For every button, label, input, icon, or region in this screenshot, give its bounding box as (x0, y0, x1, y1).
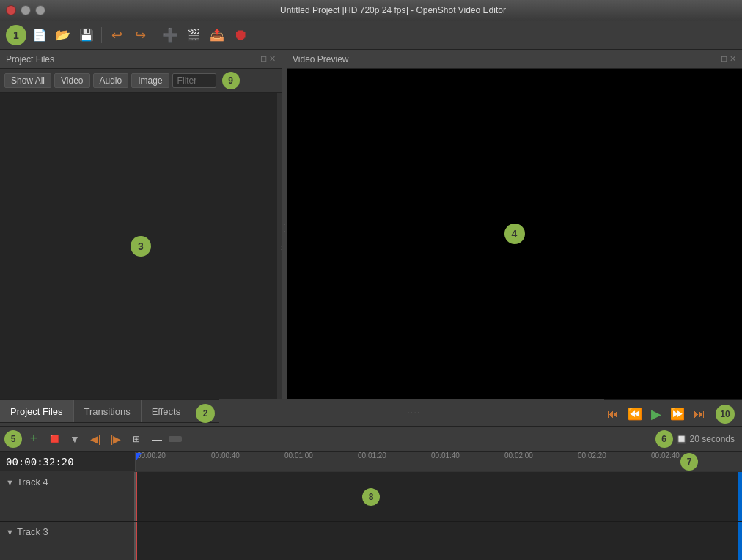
open-button[interactable]: 📂 (53, 25, 73, 45)
project-files-content: · · · 3 (0, 93, 282, 399)
maximize-button[interactable] (35, 5, 45, 15)
track-3-label: ▼ Track 3 (0, 522, 136, 560)
annotation-9: 9 (222, 72, 240, 89)
ruler-mark-1: 00:00:40 (211, 452, 240, 460)
table-row: ▼ Track 3 (0, 522, 742, 560)
resize-dots: · · · · · (405, 410, 419, 416)
panel-controls-right: ⊟ ✕ (721, 54, 736, 64)
redo-button[interactable]: ↪ (130, 25, 150, 45)
annotation-2: 2 (196, 404, 215, 423)
annotation-3: 3 (131, 236, 151, 257)
video-preview-title: Video Preview (293, 54, 349, 65)
jump-end-button[interactable]: |▶ (107, 430, 125, 448)
add-clip-button[interactable]: ➕ (160, 25, 180, 45)
filter-input[interactable] (172, 73, 216, 88)
filter-bar: Show All Video Audio Image 9 (0, 69, 282, 93)
track-3-collapse-icon[interactable]: ▼ (6, 528, 14, 537)
skip-forward-button[interactable]: ⏭ (691, 406, 708, 422)
annotation-4: 4 (504, 224, 525, 244)
track-4-right-border (738, 472, 742, 521)
track-4-name: Track 4 (17, 476, 48, 487)
ruler-mark-2: 00:01:00 (284, 452, 313, 460)
track-3-playhead (136, 522, 137, 560)
rewind-button[interactable]: ⏪ (625, 405, 645, 422)
zoom-bar-button[interactable] (169, 436, 182, 442)
table-row: ▼ Track 4 8 (0, 472, 742, 522)
toolbar-separator-1 (101, 27, 102, 43)
project-files-title: Project Files (6, 54, 54, 65)
play-button[interactable]: ▶ (648, 405, 664, 424)
toolbar-separator-2 (155, 27, 155, 43)
timeline-ruler: 00:00:32:20 00:00:20 00:00:40 00:01:00 0… (0, 452, 742, 472)
ruler-mark-6: 00:02:20 (578, 452, 606, 460)
annotation-1: 1 (6, 25, 26, 45)
ruler-playhead-area (136, 452, 137, 471)
timeline-toolbar: 5 + 🟥 ▼ ◀| |▶ ⊞ — 6 🔲 20 seconds (0, 427, 742, 452)
remove-clip-button[interactable]: 🟥 (45, 430, 63, 448)
save-button[interactable]: 💾 (76, 25, 97, 45)
minimize-button[interactable] (21, 5, 31, 15)
main-toolbar: 1 📄 📂 💾 ↩ ↪ ➕ 🎬 📤 ⏺ (0, 21, 742, 50)
track-3-right-border (738, 522, 742, 560)
zoom-area: 🔲 20 seconds (676, 434, 735, 444)
track-3-name: Track 3 (17, 526, 48, 537)
ruler-mark-3: 00:01:20 (358, 452, 386, 460)
bottom-tabs: Project Files Transitions Effects 2 (0, 399, 219, 423)
fullscreen-button[interactable]: 🎬 (183, 25, 204, 45)
zoom-label: 20 seconds (690, 434, 735, 444)
ruler-mark-7: 00:02:40 (651, 452, 680, 460)
track-3-content[interactable] (136, 522, 738, 560)
add-track-button[interactable]: + (25, 430, 43, 448)
video-preview-area: 4 (287, 69, 742, 399)
zoom-icon: 🔲 (676, 434, 687, 444)
main-area: Project Files ⊟ ✕ Show All Video Audio I… (0, 50, 742, 399)
tab-effects[interactable]: Effects (142, 400, 192, 422)
project-files-header: Project Files ⊟ ✕ (0, 50, 282, 69)
fast-forward-button[interactable]: ⏩ (667, 405, 688, 422)
resize-handle-horizontal[interactable]: · · · (277, 93, 282, 399)
left-panel: Project Files ⊟ ✕ Show All Video Audio I… (0, 50, 282, 399)
filter-audio[interactable]: Audio (93, 73, 129, 88)
timecode-display: 00:00:32:20 (0, 452, 136, 471)
record-button[interactable]: ⏺ (230, 25, 251, 45)
ruler-ticks (136, 468, 742, 471)
filter-down-button[interactable]: ▼ (66, 430, 84, 448)
right-panel: Video Preview ⊟ ✕ 4 (287, 50, 742, 399)
filter-video[interactable]: Video (54, 73, 89, 88)
transport-controls: ⏮ ⏪ ▶ ⏩ ⏭ 10 (604, 399, 742, 427)
filter-show-all[interactable]: Show All (4, 73, 51, 88)
undo-button[interactable]: ↩ (106, 25, 127, 45)
track-4-collapse-icon[interactable]: ▼ (6, 478, 14, 487)
annotation-5: 5 (4, 430, 22, 448)
ruler-marks-container: 00:00:20 00:00:40 00:01:00 00:01:20 00:0… (136, 452, 742, 471)
track-4-playhead (136, 472, 137, 521)
tab-transitions[interactable]: Transitions (74, 400, 142, 422)
timeline-tracks: ▼ Track 4 8 ▼ Track 3 (0, 472, 742, 560)
new-button[interactable]: 📄 (29, 25, 50, 45)
panel-controls: ⊟ ✕ (260, 54, 276, 64)
track-4-content[interactable] (136, 472, 738, 521)
lower-section: Project Files Transitions Effects 2 · · … (0, 399, 742, 560)
filter-image[interactable]: Image (131, 73, 169, 88)
zoom-minus-button[interactable]: — (148, 430, 166, 448)
snap-button[interactable]: ⊞ (128, 430, 145, 448)
export-button[interactable]: 📤 (207, 25, 227, 45)
ruler-mark-5: 00:02:00 (504, 452, 533, 460)
video-preview-header: Video Preview ⊟ ✕ (287, 50, 742, 69)
window-title: Untitled Project [HD 720p 24 fps] - Open… (50, 5, 736, 15)
skip-back-button[interactable]: ⏮ (604, 406, 622, 422)
track-4-label: ▼ Track 4 (0, 472, 136, 521)
ruler-mark-4: 00:01:40 (431, 452, 460, 460)
annotation-6: 6 (655, 430, 673, 448)
annotation-10: 10 (716, 405, 735, 424)
close-button[interactable] (6, 5, 16, 15)
titlebar: Untitled Project [HD 720p 24 fps] - Open… (0, 0, 742, 21)
jump-start-button[interactable]: ◀| (87, 430, 104, 448)
tab-project-files[interactable]: Project Files (0, 400, 74, 422)
